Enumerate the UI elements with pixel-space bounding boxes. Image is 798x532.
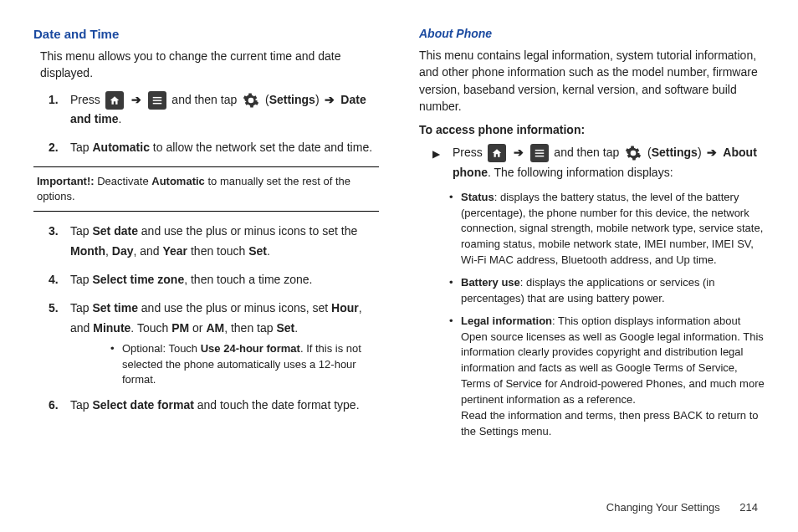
step-number: 6.: [49, 396, 70, 416]
step-number: 1.: [49, 90, 70, 130]
arrow-icon: ➔: [131, 93, 141, 106]
access-heading: To access phone information:: [419, 123, 765, 136]
home-icon: [488, 144, 506, 162]
step-number: 5.: [49, 299, 70, 387]
access-steps: ▶ Press ➔ and then tap (Settings) ➔: [432, 143, 765, 183]
triangle-bullet-icon: ▶: [432, 143, 453, 183]
date-time-heading: Date and Time: [33, 27, 379, 41]
step-number: 3.: [49, 222, 70, 262]
arrow-icon: ➔: [325, 93, 335, 106]
list-item: • Legal information: This option display…: [449, 314, 765, 440]
two-column-layout: Date and Time This menu allows you to ch…: [33, 27, 765, 446]
info-list: • Status: displays the battery status, t…: [449, 190, 765, 440]
step-1: 1. Press ➔ and then tap (Settings) ➔: [49, 90, 379, 130]
svg-rect-4: [535, 153, 545, 154]
left-column: Date and Time This menu allows you to ch…: [33, 27, 379, 446]
step-5-subitem: • Optional: Touch Use 24-hour format. If…: [110, 341, 379, 387]
svg-rect-5: [535, 156, 545, 156]
date-time-intro: This menu allows you to change the curre…: [40, 48, 379, 82]
date-time-steps: 1. Press ➔ and then tap (Settings) ➔: [49, 90, 379, 158]
list-item: • Status: displays the battery status, t…: [449, 190, 765, 269]
step-number: 2.: [49, 138, 70, 158]
menu-icon: [148, 91, 166, 110]
step-3: 3. Tap Set date and use the plus or minu…: [49, 222, 379, 262]
arrow-icon: ➔: [707, 146, 717, 159]
step-4: 4. Tap Select time zone, then touch a ti…: [49, 270, 379, 290]
gear-icon: [624, 144, 642, 162]
section-title: Changing Your Settings: [606, 501, 720, 514]
page-footer: Changing Your Settings 214: [606, 501, 758, 514]
about-phone-heading: About Phone: [419, 27, 765, 40]
step-6: 6. Tap Select date format and touch the …: [49, 396, 379, 416]
svg-rect-3: [535, 150, 545, 151]
svg-rect-1: [153, 100, 162, 100]
important-note: Important!: Deactivate Automatic to manu…: [33, 166, 379, 212]
home-icon: [105, 91, 124, 110]
step-number: 4.: [49, 270, 70, 290]
svg-rect-2: [153, 103, 162, 104]
gear-icon: [242, 91, 260, 110]
access-step: ▶ Press ➔ and then tap (Settings) ➔: [432, 143, 765, 183]
step-body: Tap Automatic to allow the network set t…: [70, 138, 379, 158]
arrow-icon: ➔: [514, 146, 524, 159]
step-body: Press ➔ and then tap (Settings) ➔ Date a…: [70, 90, 379, 130]
about-phone-intro: This menu contains legal information, sy…: [419, 47, 765, 115]
step-5: 5. Tap Set time and use the plus or minu…: [49, 299, 379, 387]
step-body: Tap Select time zone, then touch a time …: [70, 270, 379, 290]
step-body: Tap Set time and use the plus or minus i…: [70, 299, 379, 387]
right-column: About Phone This menu contains legal inf…: [419, 27, 765, 446]
step-body: Tap Select date format and touch the dat…: [70, 396, 379, 416]
list-item: • Battery use: displays the applications…: [449, 275, 765, 307]
svg-rect-0: [153, 97, 162, 98]
step-body: Tap Set date and use the plus or minus i…: [70, 222, 379, 262]
date-time-steps-cont: 3. Tap Set date and use the plus or minu…: [49, 222, 379, 415]
menu-icon: [530, 144, 549, 162]
page-number: 214: [739, 501, 758, 514]
step-2: 2. Tap Automatic to allow the network se…: [49, 138, 379, 158]
